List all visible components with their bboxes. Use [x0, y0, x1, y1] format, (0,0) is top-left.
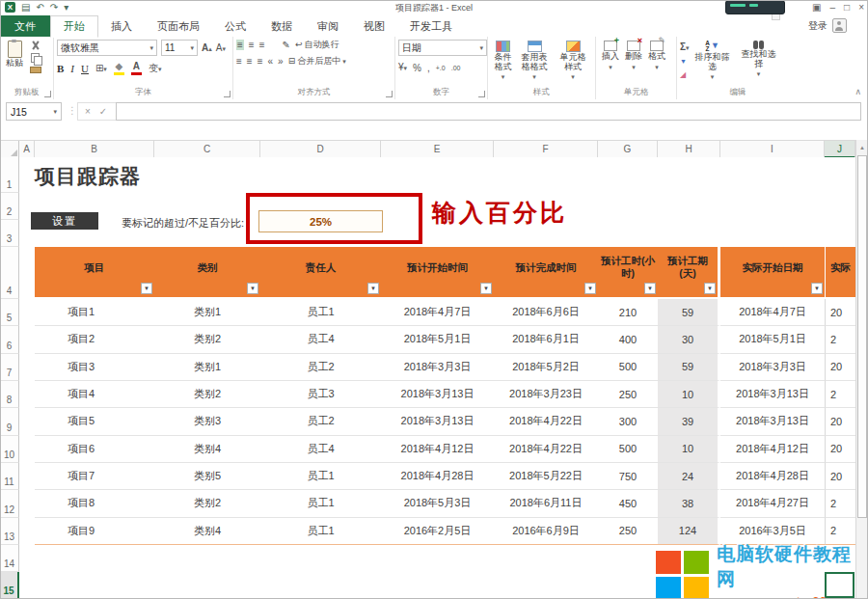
table-cell[interactable]: 2018年4月22日 — [494, 436, 598, 463]
table-cell[interactable]: 2018年4月27日 — [720, 490, 825, 517]
row-header-10[interactable]: 10 — [0, 436, 19, 463]
table-cell[interactable]: 2018年5月3日 — [381, 490, 494, 517]
shrink-font-button[interactable]: A▾ — [216, 42, 226, 54]
column-header-B[interactable]: B — [35, 141, 154, 158]
table-cell[interactable]: 2018年3月13日 — [381, 408, 494, 435]
filter-button[interactable]: ▼ — [811, 283, 823, 294]
table-cell[interactable]: 10 — [658, 436, 720, 463]
table-cell[interactable]: 20 — [825, 354, 855, 381]
select-all-corner[interactable] — [0, 141, 19, 158]
table-cell[interactable]: 24 — [658, 463, 720, 490]
table-cell[interactable]: 2018年3月3日 — [720, 354, 825, 381]
table-cell[interactable]: 30 — [658, 326, 720, 353]
row-header-7[interactable]: 7 — [0, 354, 19, 381]
table-cell[interactable]: 2018年4月7日 — [381, 299, 494, 326]
tab-view[interactable]: 视图 — [351, 15, 397, 37]
table-cell[interactable]: 2018年6月11日 — [494, 490, 598, 517]
table-cell[interactable]: 2018年3月23日 — [494, 381, 598, 408]
close-icon[interactable]: × — [858, 1, 864, 14]
increase-decimal-button[interactable]: +.0 — [436, 63, 446, 73]
table-cell[interactable]: 450 — [598, 490, 658, 517]
column-header-F[interactable]: F — [494, 141, 598, 158]
filter-button[interactable]: ▼ — [644, 283, 656, 294]
grow-font-button[interactable]: A▴ — [202, 42, 212, 54]
table-cell[interactable]: 59 — [658, 354, 720, 381]
table-cell[interactable]: 20 — [825, 436, 855, 463]
tab-review[interactable]: 审阅 — [305, 15, 351, 37]
table-cell[interactable]: 员工4 — [260, 326, 381, 353]
row-header-5[interactable]: 5 — [0, 299, 19, 326]
tab-developer[interactable]: 开发工具 — [397, 15, 465, 37]
cancel-formula-icon[interactable]: × — [85, 106, 91, 117]
minimize-icon[interactable]: – — [830, 1, 836, 14]
table-cell[interactable]: 项目5 — [35, 408, 154, 435]
table-cell[interactable]: 类别2 — [154, 326, 260, 353]
table-cell[interactable]: 2018年4月12日 — [720, 436, 825, 463]
font-size-select[interactable]: 11 ▾ — [161, 40, 198, 56]
column-header-C[interactable]: C — [154, 141, 260, 158]
paste-button[interactable]: 粘贴 — [3, 40, 26, 69]
column-header-G[interactable]: G — [598, 141, 658, 158]
font-dialog-launcher-icon[interactable] — [224, 91, 231, 97]
table-cell[interactable]: 2018年6月6日 — [494, 299, 598, 326]
column-header-I[interactable]: I — [720, 141, 825, 158]
table-cell[interactable]: 2018年4月12日 — [381, 436, 494, 463]
table-cell[interactable]: 员工3 — [260, 381, 381, 408]
table-cell[interactable]: 项目4 — [35, 381, 154, 408]
table-cell[interactable]: 39 — [658, 408, 720, 435]
table-cell[interactable]: 员工2 — [260, 354, 381, 381]
row-header-4[interactable]: 4 — [0, 247, 19, 299]
table-cell[interactable]: 类别5 — [154, 463, 260, 490]
sort-filter-button[interactable]: AZ ▼ 排序和筛选 ▾ — [690, 40, 736, 87]
settings-button[interactable]: 设置 — [31, 212, 98, 230]
table-cell[interactable]: 2 — [825, 490, 855, 517]
table-cell[interactable]: 类别2 — [154, 490, 260, 517]
restore-icon[interactable]: □ — [844, 1, 850, 14]
ribbon-display-options-icon[interactable]: ▣ — [812, 1, 821, 14]
row-header-6[interactable]: 6 — [0, 326, 19, 353]
cut-icon[interactable] — [31, 41, 41, 50]
user-avatar-icon[interactable] — [832, 18, 847, 33]
enter-formula-icon[interactable]: ✓ — [99, 106, 107, 117]
orientation-button[interactable]: ✎ — [283, 40, 290, 50]
table-cell[interactable]: 2018年5月1日 — [720, 326, 825, 353]
underline-button[interactable]: U — [81, 63, 89, 74]
borders-button[interactable]: ⊞▾ — [95, 63, 107, 74]
table-cell[interactable]: 2018年4月22日 — [494, 408, 598, 435]
align-top-button[interactable]: ≡ — [236, 40, 244, 50]
bold-button[interactable]: B — [57, 63, 64, 74]
table-cell[interactable]: 250 — [598, 381, 658, 408]
align-middle-button[interactable]: ≡ — [249, 40, 255, 50]
table-cell[interactable]: 2018年3月13日 — [720, 381, 825, 408]
align-right-button[interactable]: ≡ — [258, 56, 263, 67]
column-header-D[interactable]: D — [260, 141, 381, 158]
tab-insert[interactable]: 插入 — [98, 15, 145, 37]
row-header-2[interactable]: 2 — [0, 193, 19, 220]
table-cell[interactable]: 2018年3月3日 — [381, 354, 494, 381]
table-cell[interactable]: 20 — [825, 299, 855, 326]
autosum-button[interactable]: Σ▾ — [680, 41, 690, 53]
tab-home[interactable]: 开始 — [50, 15, 98, 38]
decrease-indent-button[interactable]: « — [268, 56, 274, 67]
table-cell[interactable]: 500 — [598, 354, 658, 381]
table-cell[interactable]: 300 — [598, 408, 658, 435]
comma-style-button[interactable]: , — [427, 63, 430, 73]
align-bottom-button[interactable]: ≡ — [259, 40, 265, 50]
table-cell[interactable]: 项目6 — [35, 436, 154, 463]
number-format-select[interactable]: 日期 ▾ — [398, 40, 487, 56]
table-cell[interactable]: 250 — [598, 518, 658, 545]
cell-styles-button[interactable]: 单元格样式 ▾ — [554, 40, 592, 87]
table-cell[interactable]: 20 — [825, 408, 855, 435]
font-color-button[interactable]: A — [131, 61, 142, 75]
table-cell[interactable]: 2018年3月13日 — [381, 381, 494, 408]
table-cell[interactable]: 类别1 — [154, 354, 260, 381]
table-cell[interactable]: 员工2 — [260, 408, 381, 435]
sign-in-label[interactable]: 登录 — [808, 19, 827, 33]
table-cell[interactable]: 类别4 — [154, 436, 260, 463]
table-cell[interactable]: 项目8 — [35, 490, 154, 517]
accounting-format-button[interactable]: ¥▾ — [398, 62, 407, 73]
table-cell[interactable]: 2 — [825, 381, 855, 408]
wrap-text-button[interactable]: ↩ 自动换行 — [295, 40, 339, 50]
phonetic-button[interactable]: 变▾ — [149, 63, 162, 74]
decrease-decimal-button[interactable]: .00 — [451, 63, 461, 73]
